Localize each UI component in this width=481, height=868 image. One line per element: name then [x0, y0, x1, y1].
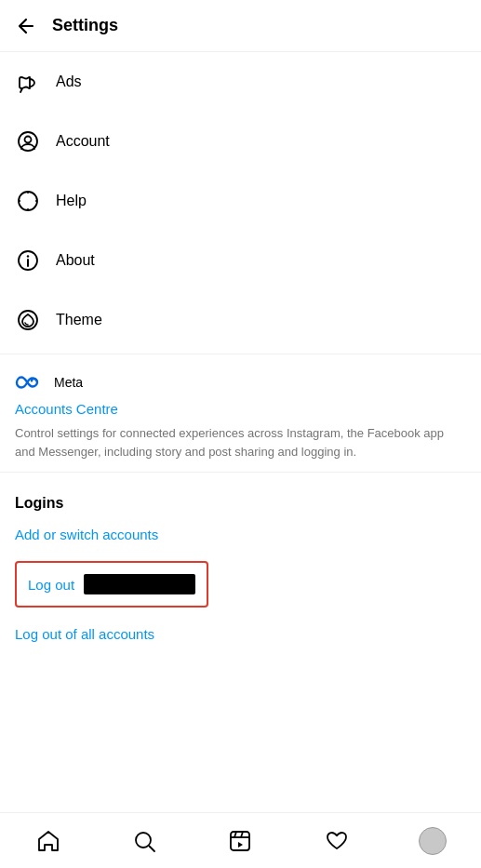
svg-point-13	[27, 255, 29, 257]
svg-point-7	[33, 194, 35, 195]
heart-icon	[325, 829, 349, 853]
bottom-nav	[0, 812, 481, 868]
svg-point-8	[33, 207, 35, 208]
account-icon	[15, 128, 41, 154]
nav-home[interactable]	[28, 821, 69, 861]
menu-item-about[interactable]: About	[0, 231, 481, 290]
about-label: About	[56, 252, 95, 269]
page-title: Settings	[52, 16, 118, 35]
reels-icon	[228, 829, 252, 853]
logout-row: Log out	[15, 561, 208, 608]
ads-icon	[15, 69, 41, 95]
section-divider	[0, 354, 481, 354]
nav-reels[interactable]	[220, 821, 261, 861]
logins-divider	[0, 472, 481, 473]
redacted-username	[84, 574, 195, 594]
help-icon	[15, 188, 41, 214]
logout-link[interactable]: Log out	[28, 577, 74, 593]
add-switch-accounts-link[interactable]: Add or switch accounts	[15, 527, 466, 542]
svg-point-5	[27, 208, 29, 210]
svg-point-15	[136, 833, 151, 848]
nav-search[interactable]	[124, 821, 165, 861]
back-button[interactable]	[15, 11, 45, 41]
meta-logo-text: Meta	[54, 375, 83, 390]
logins-section: Logins Add or switch accounts Log out Lo…	[0, 476, 481, 668]
ads-label: Ads	[56, 73, 82, 90]
search-icon	[132, 829, 156, 853]
svg-point-3	[27, 192, 29, 194]
settings-menu: Ads Account	[0, 52, 481, 350]
logins-title: Logins	[15, 495, 466, 512]
help-label: Help	[56, 193, 87, 209]
meta-logo-icon	[15, 373, 48, 392]
accounts-centre-link[interactable]: Accounts Centre	[15, 401, 466, 417]
meta-section: Meta Accounts Centre Control settings fo…	[0, 358, 481, 468]
menu-item-theme[interactable]: Theme	[0, 290, 481, 350]
back-arrow-icon	[15, 15, 37, 37]
theme-icon	[15, 307, 41, 333]
svg-point-6	[19, 200, 20, 202]
svg-point-9	[20, 194, 22, 195]
meta-logo-row: Meta	[15, 373, 466, 392]
account-label: Account	[56, 133, 110, 150]
menu-item-ads[interactable]: Ads	[0, 52, 481, 112]
header: Settings	[0, 0, 481, 52]
profile-icon	[419, 827, 447, 855]
home-icon	[36, 829, 60, 853]
svg-rect-17	[231, 832, 249, 850]
menu-item-account[interactable]: Account	[0, 112, 481, 171]
log-out-all-accounts-link[interactable]: Log out of all accounts	[15, 626, 466, 642]
about-icon	[15, 247, 41, 274]
svg-point-10	[20, 207, 22, 208]
nav-profile[interactable]	[412, 821, 453, 861]
svg-point-4	[35, 200, 37, 202]
svg-point-1	[25, 137, 32, 143]
nav-likes[interactable]	[316, 821, 357, 861]
meta-description: Control settings for connected experienc…	[15, 424, 466, 461]
menu-item-help[interactable]: Help	[0, 171, 481, 231]
theme-label: Theme	[56, 312, 102, 328]
svg-line-16	[150, 846, 155, 851]
